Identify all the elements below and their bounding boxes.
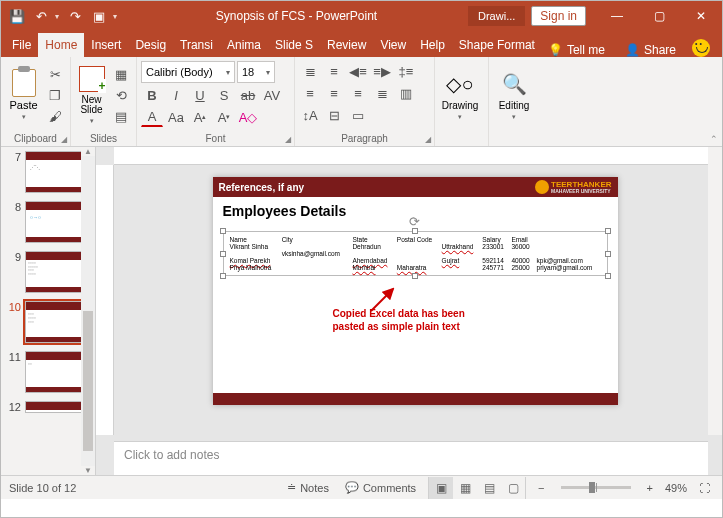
resize-handle[interactable] <box>605 251 611 257</box>
resize-handle[interactable] <box>605 273 611 279</box>
notes-pane[interactable]: Click to add notes <box>114 441 708 475</box>
zoom-slider[interactable] <box>561 486 631 489</box>
bold-button[interactable]: B <box>141 85 163 105</box>
tab-design[interactable]: Desig <box>128 33 173 57</box>
resize-handle[interactable] <box>412 273 418 279</box>
font-color-button[interactable]: A <box>141 107 163 127</box>
feedback-smiley-icon[interactable] <box>692 39 710 57</box>
paragraph-launcher-icon[interactable]: ◢ <box>425 135 431 144</box>
thumbnail-10[interactable]: 10━━━━━━━━━━ <box>7 301 89 343</box>
decrease-indent-button[interactable]: ◀≡ <box>347 61 369 81</box>
qat-customize-icon[interactable]: ▾ <box>113 12 117 21</box>
tab-view[interactable]: View <box>373 33 413 57</box>
thumbnail-9[interactable]: 9━━━━━━━━━━━━━━━━ <box>7 251 89 293</box>
tab-transitions[interactable]: Transi <box>173 33 220 57</box>
thumbnail-scrollbar[interactable]: ▲ ▼ <box>81 147 95 475</box>
save-icon[interactable]: 💾 <box>9 8 25 24</box>
clipboard-launcher-icon[interactable]: ◢ <box>61 135 67 144</box>
columns-button[interactable]: ▥ <box>395 83 417 103</box>
layout-button[interactable]: ▦ <box>110 64 132 84</box>
collapse-ribbon-icon[interactable]: ⌃ <box>710 134 718 144</box>
resize-handle[interactable] <box>220 228 226 234</box>
grow-font-button[interactable]: A▴ <box>189 107 211 127</box>
tab-shape-format[interactable]: Shape Format <box>452 33 542 57</box>
slides-group-label: Slides <box>71 133 136 146</box>
thumbnail-11[interactable]: 11━━ <box>7 351 89 393</box>
tab-insert[interactable]: Insert <box>84 33 128 57</box>
align-left-button[interactable]: ≡ <box>299 83 321 103</box>
numbering-button[interactable]: ≡ <box>323 61 345 81</box>
rotate-handle-icon[interactable]: ⟳ <box>409 214 420 229</box>
resize-handle[interactable] <box>220 273 226 279</box>
section-button[interactable]: ▤ <box>110 106 132 126</box>
fit-to-window-button[interactable]: ⛶ <box>695 482 714 494</box>
format-painter-button[interactable]: 🖌 <box>44 106 66 126</box>
ribbon: Paste ▾ ✂ ❐ 🖌 Clipboard◢ New Slide ▾ ▦ ⟲… <box>1 57 722 147</box>
zoom-handle[interactable] <box>589 482 595 493</box>
clear-formatting-button[interactable]: A◇ <box>237 107 259 127</box>
align-right-button[interactable]: ≡ <box>347 83 369 103</box>
new-slide-button[interactable]: New Slide ▾ <box>75 63 108 127</box>
slideshow-view-button[interactable]: ▢ <box>501 477 525 499</box>
thumbnail-8[interactable]: 8○→○ <box>7 201 89 243</box>
start-from-beginning-icon[interactable]: ▣ <box>91 8 107 24</box>
zoom-in-button[interactable]: + <box>643 482 657 494</box>
paste-button[interactable]: Paste ▾ <box>5 67 42 123</box>
thumbnail-7[interactable]: 7⋰⋱ <box>7 151 89 193</box>
comments-toggle[interactable]: 💬Comments <box>341 481 420 494</box>
slide-canvas[interactable]: References, if any TEERTHANKERMAHAVEER U… <box>96 165 722 441</box>
underline-button[interactable]: U <box>189 85 211 105</box>
font-name-select[interactable]: Calibri (Body)▾ <box>141 61 235 83</box>
resize-handle[interactable] <box>412 228 418 234</box>
notes-toggle[interactable]: ≐Notes <box>283 481 333 494</box>
shadow-button[interactable]: S <box>213 85 235 105</box>
bullets-button[interactable]: ≣ <box>299 61 321 81</box>
normal-view-button[interactable]: ▣ <box>429 477 453 499</box>
vertical-scrollbar[interactable] <box>708 147 722 435</box>
share-button[interactable]: 👤Share <box>617 43 684 57</box>
undo-dropdown-icon[interactable]: ▾ <box>55 12 59 21</box>
spacing-button[interactable]: AV <box>261 85 283 105</box>
align-text-button[interactable]: ⊟ <box>323 105 345 125</box>
close-button[interactable]: ✕ <box>680 1 722 31</box>
tab-slideshow[interactable]: Slide S <box>268 33 320 57</box>
font-size-select[interactable]: 18▾ <box>237 61 275 83</box>
justify-button[interactable]: ≣ <box>371 83 393 103</box>
tab-animations[interactable]: Anima <box>220 33 268 57</box>
align-center-button[interactable]: ≡ <box>323 83 345 103</box>
cut-button[interactable]: ✂ <box>44 64 66 84</box>
tab-review[interactable]: Review <box>320 33 373 57</box>
zoom-out-button[interactable]: − <box>534 482 548 494</box>
strikethrough-button[interactable]: ab <box>237 85 259 105</box>
change-case-button[interactable]: Aa <box>165 107 187 127</box>
thumbnail-12[interactable]: 12 <box>7 401 89 413</box>
zoom-level[interactable]: 49% <box>665 482 687 494</box>
font-launcher-icon[interactable]: ◢ <box>285 135 291 144</box>
italic-button[interactable]: I <box>165 85 187 105</box>
text-direction-button[interactable]: ↕A <box>299 105 321 125</box>
minimize-button[interactable]: ― <box>596 1 638 31</box>
tab-file[interactable]: File <box>5 33 38 57</box>
editing-button[interactable]: 🔍 Editing ▾ <box>493 68 535 123</box>
tell-me-search[interactable]: 💡Tell me <box>542 43 611 57</box>
redo-icon[interactable]: ↷ <box>67 8 83 24</box>
smartart-button[interactable]: ▭ <box>347 105 369 125</box>
tab-home[interactable]: Home <box>38 33 84 57</box>
undo-icon[interactable]: ↶ <box>33 8 49 24</box>
copy-button[interactable]: ❐ <box>44 85 66 105</box>
slide-counter[interactable]: Slide 10 of 12 <box>9 482 76 494</box>
slide-thumbnail-pane[interactable]: 7⋰⋱ 8○→○ 9━━━━━━━━━━━━━━━━ 10━━━━━━━━━━ … <box>1 147 96 475</box>
resize-handle[interactable] <box>605 228 611 234</box>
pasted-text-box[interactable]: ⟳ NameCityStatePostal CodeSalaryEmail Vi… <box>223 231 608 276</box>
line-spacing-button[interactable]: ‡≡ <box>395 61 417 81</box>
sorter-view-button[interactable]: ▦ <box>453 477 477 499</box>
shrink-font-button[interactable]: A▾ <box>213 107 235 127</box>
increase-indent-button[interactable]: ≡▶ <box>371 61 393 81</box>
resize-handle[interactable] <box>220 251 226 257</box>
tab-help[interactable]: Help <box>413 33 452 57</box>
drawing-button[interactable]: ◇○ Drawing ▾ <box>439 68 481 123</box>
reading-view-button[interactable]: ▤ <box>477 477 501 499</box>
sign-in-button[interactable]: Sign in <box>531 6 586 26</box>
maximize-button[interactable]: ▢ <box>638 1 680 31</box>
reset-button[interactable]: ⟲ <box>110 85 132 105</box>
